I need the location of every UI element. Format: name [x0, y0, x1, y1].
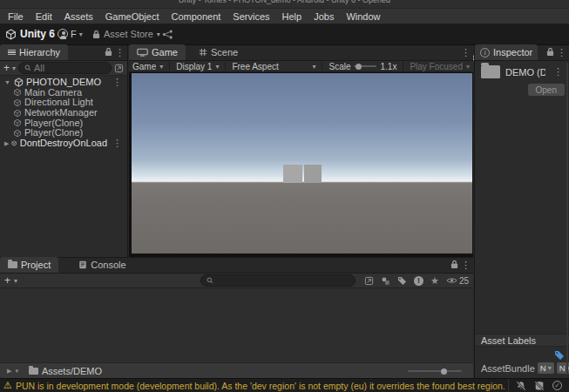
tree-row-gameobject[interactable]: Main Camera: [0, 88, 127, 98]
tree-row-scene[interactable]: ▼ PHOTON_DEMO ⋮: [0, 78, 127, 88]
lock-icon[interactable]: [450, 260, 458, 269]
menu-gameobject[interactable]: GameObject: [99, 11, 166, 22]
gameobject-name: NetworkManager: [24, 108, 98, 118]
project-panel: Project Console ⋮ + ▾: [0, 257, 473, 378]
lock-icon[interactable]: [546, 47, 554, 57]
folder-icon: [481, 65, 500, 78]
visibility-toggle[interactable]: 25: [446, 276, 469, 286]
status-bar: ⚠ PUN is in development mode (developmen…: [0, 378, 569, 392]
player-cube-left: [283, 165, 302, 183]
resize-handle-icon[interactable]: ▶: [7, 368, 11, 375]
panel-menu-icon[interactable]: ⋮: [112, 47, 127, 58]
search-icon: [24, 64, 31, 71]
slider-thumb[interactable]: [441, 368, 447, 375]
tree-row-gameobject[interactable]: NetworkManager: [0, 108, 127, 118]
cache-server-disconnected-icon[interactable]: [534, 381, 545, 391]
thumbnail-size-slider[interactable]: [408, 370, 462, 372]
aspect-dropdown[interactable]: Free Aspect: [232, 62, 278, 71]
create-button[interactable]: +: [4, 274, 10, 287]
notifications-muted-icon[interactable]: [516, 381, 526, 391]
tree-row-gameobject[interactable]: Player(Clone): [0, 128, 127, 139]
unity-scene-icon: [11, 139, 17, 148]
scene-name: DontDestroyOnLoad: [20, 139, 107, 148]
chevron-down-icon[interactable]: ▾: [12, 64, 16, 72]
account-icon: [58, 29, 68, 39]
asset-menu-icon[interactable]: ⋮: [551, 66, 566, 78]
lock-icon[interactable]: [105, 47, 112, 57]
unity-scene-icon: [14, 78, 24, 87]
menu-edit[interactable]: Edit: [30, 11, 58, 22]
lock-icon: [92, 30, 100, 39]
main-toolbar: Unity 6 | F ▾ Asset Store ▾: [0, 24, 569, 45]
chevron-down-icon: ▾: [312, 63, 315, 71]
game-viewport[interactable]: [129, 72, 473, 257]
tab-hierarchy[interactable]: Hierarchy: [0, 44, 68, 60]
scale-label: Scale: [329, 62, 350, 71]
panel-menu-icon[interactable]: ⋮: [458, 260, 473, 271]
favorites-icon[interactable]: ★: [430, 275, 439, 287]
project-search-input[interactable]: [200, 274, 356, 287]
open-search-window-icon[interactable]: [364, 276, 374, 286]
project-tab-label: Project: [21, 260, 51, 270]
tree-row-dontdestroyonload[interactable]: ▶ DontDestroyOnLoad ⋮: [0, 139, 127, 149]
scale-slider-thumb[interactable]: [356, 64, 362, 70]
version-control-icon[interactable]: [162, 30, 173, 39]
tab-scene[interactable]: Scene: [191, 44, 246, 60]
inspector-tab-label: Inspector: [493, 47, 532, 57]
tree-row-gameobject[interactable]: Directional Light: [0, 98, 127, 108]
scale-slider[interactable]: [354, 65, 376, 67]
panel-menu-icon[interactable]: ⋮: [554, 47, 569, 58]
label-tag-icon[interactable]: [554, 350, 565, 361]
filter-by-label-icon[interactable]: [397, 276, 407, 286]
tab-project[interactable]: Project: [0, 257, 58, 273]
window-title-bar: Unity - Tomes - PHOTON_demo - Android - …: [0, 0, 569, 9]
tab-console[interactable]: Console: [71, 257, 133, 273]
scrollbar[interactable]: [566, 63, 568, 375]
panel-menu-icon[interactable]: ⋮: [458, 47, 473, 58]
status-right-icons: ✓: [508, 379, 566, 392]
row-menu-icon[interactable]: ⋮: [110, 78, 125, 87]
scene-name: PHOTON_DEMO: [26, 78, 101, 87]
scene-tab-label: Scene: [211, 47, 238, 57]
status-message[interactable]: PUN is in development mode (development …: [16, 381, 505, 391]
create-button[interactable]: +: [3, 62, 10, 74]
project-footer: ▶ ▾ Assets/DEMO: [0, 362, 473, 378]
gameobject-name: Directional Light: [24, 98, 93, 107]
unity-version-label: Unity 6: [20, 28, 55, 40]
code-optimization-icon[interactable]: ✓: [552, 381, 562, 390]
visible-count: 25: [459, 276, 469, 286]
game-view-toolbar: Game ▾ Display 1 ▾ Free Aspect ▾ Scale 1…: [129, 61, 473, 72]
chevron-down-icon: ▾: [79, 30, 83, 38]
render-target-dropdown[interactable]: Game: [132, 62, 156, 71]
tree-row-gameobject[interactable]: Player(Clone): [0, 118, 127, 128]
console-icon: [78, 260, 87, 269]
game-view-panel: Game Scene ⋮ Game ▾ Display 1 ▾ Free Asp…: [129, 45, 473, 257]
asset-store-button[interactable]: Asset Store ▾: [92, 29, 160, 39]
assetbundle-dropdown[interactable]: N ▾: [538, 362, 554, 374]
rendered-scene: [132, 73, 472, 253]
tab-inspector[interactable]: i Inspector: [475, 44, 538, 60]
menu-services[interactable]: Services: [227, 11, 275, 22]
display-dropdown[interactable]: Display 1: [176, 62, 212, 71]
play-focused-dropdown[interactable]: Play Focused: [410, 62, 463, 71]
tab-game[interactable]: Game: [129, 44, 186, 60]
menu-file[interactable]: File: [2, 11, 30, 22]
filter-by-type-icon[interactable]: [381, 276, 390, 286]
gameobject-cube-icon: [13, 129, 22, 138]
menu-help[interactable]: Help: [276, 11, 308, 22]
menu-assets[interactable]: Assets: [58, 11, 99, 22]
open-button[interactable]: Open: [528, 84, 565, 96]
account-menu[interactable]: F ▾: [58, 29, 83, 39]
foldout-open-icon[interactable]: ▼: [4, 78, 11, 87]
chevron-down-icon[interactable]: ▾: [14, 277, 17, 285]
hierarchy-search-input[interactable]: All: [18, 62, 112, 74]
hidden-packages-icon[interactable]: !: [414, 276, 423, 286]
menu-jobs[interactable]: Jobs: [308, 11, 340, 22]
row-menu-icon[interactable]: ⋮: [110, 139, 125, 148]
foldout-closed-icon[interactable]: ▶: [4, 139, 9, 148]
menu-window[interactable]: Window: [340, 11, 386, 22]
chevron-down-icon[interactable]: ▾: [15, 368, 18, 375]
assetbundle-value: N: [540, 363, 546, 373]
scene-picker-icon[interactable]: [114, 64, 124, 73]
menu-component[interactable]: Component: [165, 11, 227, 22]
